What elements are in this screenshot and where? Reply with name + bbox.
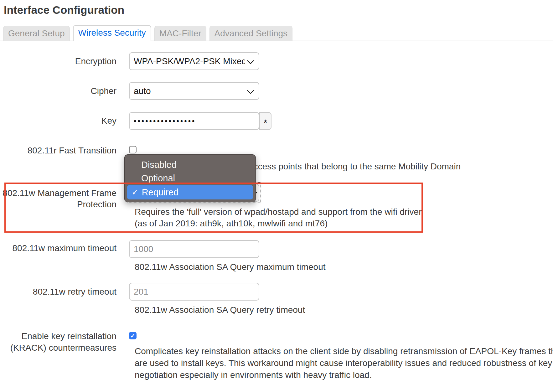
fast-transition-label: 802.11r Fast Transition — [0, 145, 116, 156]
encryption-label: Encryption — [0, 56, 116, 67]
cipher-selected-value: auto — [134, 83, 245, 99]
mfp-description-line2: (as of Jan 2019: ath9k, ath10k, mwlwifi … — [135, 218, 422, 229]
mfp-description-line1: Requires the 'full' version of wpad/host… — [135, 206, 422, 218]
mfp-label-line2: Protection — [0, 199, 116, 210]
max-timeout-value: 1000 — [134, 241, 256, 257]
mfp-label: 802.11w Management Frame Protection — [0, 188, 116, 210]
cipher-label: Cipher — [0, 86, 116, 96]
mfp-option-optional[interactable]: Optional — [125, 172, 256, 185]
retry-timeout-input[interactable]: 201 — [129, 283, 259, 301]
max-timeout-input[interactable]: 1000 — [129, 240, 259, 258]
check-icon: ✓ — [130, 332, 135, 339]
mfp-description: Requires the 'full' version of wpad/host… — [135, 206, 422, 229]
mfp-option-required[interactable]: ✓ Required — [127, 185, 253, 199]
krack-label-line2: (KRACK) countermeasures — [0, 342, 116, 353]
krack-description: Complicates key reinstallation attacks o… — [135, 345, 553, 381]
encryption-select[interactable]: WPA-PSK/WPA2-PSK Mixed Mode — [129, 52, 259, 70]
mfp-option-required-label: Required — [142, 185, 179, 199]
krack-description-line3: negotiation especially in environments w… — [135, 369, 553, 381]
interface-configuration-page: Interface Configuration General Setup Wi… — [0, 0, 553, 392]
check-icon: ✓ — [132, 185, 139, 199]
retry-timeout-label: 802.11w retry timeout — [0, 286, 116, 297]
tab-wireless-security[interactable]: Wireless Security — [73, 25, 151, 41]
key-reveal-button[interactable]: * — [259, 112, 271, 130]
max-timeout-description: 802.11w Association SA Query maximum tim… — [135, 261, 326, 273]
cipher-select[interactable]: auto — [129, 82, 259, 100]
max-timeout-label: 802.11w maximum timeout — [0, 243, 116, 254]
tab-bar: General Setup Wireless Security MAC-Filt… — [3, 25, 296, 41]
krack-description-line2: are used to install keys. This workaroun… — [135, 357, 553, 369]
mfp-label-line1: 802.11w Management Frame — [0, 188, 116, 199]
krack-label: Enable key reinstallation (KRACK) counte… — [0, 330, 116, 353]
chevron-down-icon — [247, 87, 254, 94]
krack-checkbox[interactable]: ✓ — [129, 332, 137, 339]
chevron-down-icon — [247, 57, 254, 64]
retry-timeout-description: 802.11w Association SA Query retry timeo… — [135, 304, 305, 316]
mfp-option-disabled[interactable]: Disabled — [125, 158, 256, 172]
tab-mac-filter[interactable]: MAC-Filter — [154, 26, 206, 41]
mfp-dropdown-menu: Disabled Optional ✓ Required — [124, 154, 256, 202]
retry-timeout-value: 201 — [134, 283, 256, 300]
key-label: Key — [0, 116, 116, 126]
key-input[interactable]: •••••••••••••••• — [129, 112, 259, 130]
tab-advanced-settings[interactable]: Advanced Settings — [209, 26, 293, 41]
key-masked-value: •••••••••••••••• — [134, 113, 245, 129]
asterisk-icon: * — [264, 114, 267, 128]
page-title: Interface Configuration — [4, 4, 124, 16]
tab-general-setup[interactable]: General Setup — [3, 26, 70, 41]
krack-description-line1: Complicates key reinstallation attacks o… — [135, 345, 553, 357]
fast-transition-checkbox[interactable] — [129, 146, 137, 153]
krack-label-line1: Enable key reinstallation — [0, 330, 116, 342]
encryption-selected-value: WPA-PSK/WPA2-PSK Mixed Mode — [134, 53, 245, 70]
